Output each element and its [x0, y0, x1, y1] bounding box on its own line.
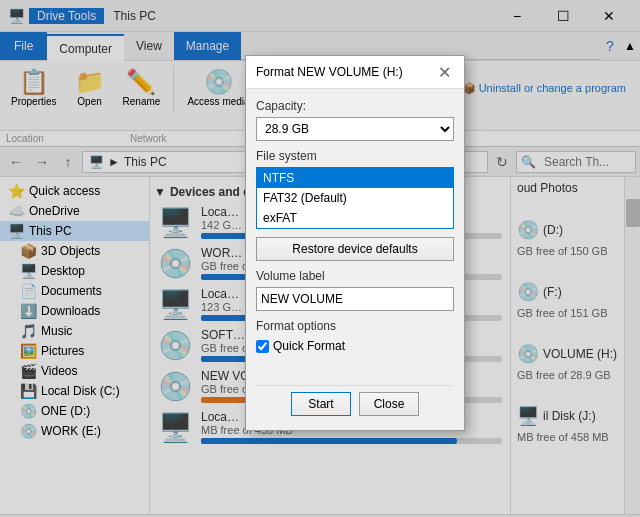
modal-close-button[interactable]: ✕	[434, 62, 454, 82]
restore-defaults-button[interactable]: Restore device defaults	[256, 237, 454, 261]
filesystem-option-ntfs[interactable]: NTFS	[257, 168, 453, 188]
close-dialog-button[interactable]: Close	[359, 392, 419, 416]
quick-format-checkbox-row: Quick Format	[256, 339, 454, 353]
volume-label-label: Volume label	[256, 269, 454, 283]
filesystem-option-fat32[interactable]: FAT32 (Default)	[257, 188, 453, 208]
capacity-select[interactable]: 28.9 GB	[256, 117, 454, 141]
modal-title-text: Format NEW VOLUME (H:)	[256, 65, 403, 79]
modal-title-bar: Format NEW VOLUME (H:) ✕	[246, 56, 464, 89]
extra-space	[256, 361, 454, 381]
quick-format-label: Quick Format	[273, 339, 345, 353]
quick-format-checkbox[interactable]	[256, 340, 269, 353]
capacity-select-wrapper: 28.9 GB	[256, 117, 454, 141]
start-button[interactable]: Start	[291, 392, 351, 416]
modal-button-row: Start Close	[256, 385, 454, 420]
filesystem-dropdown[interactable]: NTFS FAT32 (Default) exFAT	[256, 167, 454, 229]
capacity-label: Capacity:	[256, 99, 454, 113]
format-dialog: Format NEW VOLUME (H:) ✕ Capacity: 28.9 …	[245, 55, 465, 431]
filesystem-label: File system	[256, 149, 454, 163]
modal-overlay: Format NEW VOLUME (H:) ✕ Capacity: 28.9 …	[0, 0, 640, 517]
volume-label-input[interactable]	[256, 287, 454, 311]
modal-body: Capacity: 28.9 GB File system NTFS FAT32…	[246, 89, 464, 430]
filesystem-option-exfat[interactable]: exFAT	[257, 208, 453, 228]
format-options-label: Format options	[256, 319, 454, 333]
